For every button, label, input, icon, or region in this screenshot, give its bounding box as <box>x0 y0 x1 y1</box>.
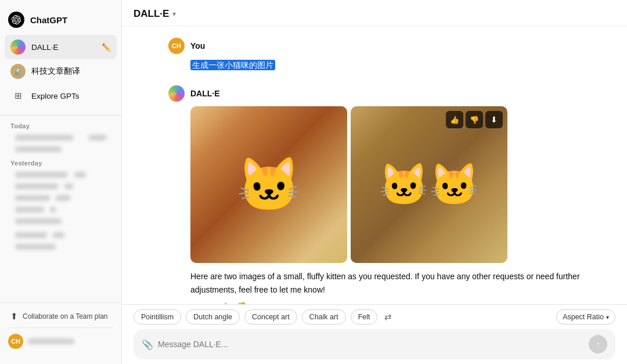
history-item-4[interactable] <box>5 181 117 192</box>
send-button[interactable]: ↑ <box>589 335 607 354</box>
sidebar-footer: ⬆ Collaborate on a Team plan CH <box>0 302 121 357</box>
science-nav-label: 科技文章翻译 <box>31 66 80 77</box>
team-plan-label: Collaborate on a Team plan <box>23 312 108 320</box>
history-item-6[interactable] <box>5 204 117 215</box>
style-pill-concept-art[interactable]: Concept art <box>244 309 297 325</box>
image-overlay-actions: 👍 👎 ⬇ <box>446 111 503 128</box>
history-item-2[interactable] <box>5 143 117 155</box>
sidebar: ChatGPT DALL·E ✏️ 🔬 科技文章翻译 ⊞ Explore GPT… <box>0 0 122 364</box>
download-button[interactable]: ⬇ <box>485 111 503 128</box>
team-plan-item[interactable]: ⬆ Collaborate on a Team plan <box>8 308 113 325</box>
conversation-title: DALL·E <box>134 8 169 20</box>
sidebar-divider-1 <box>0 115 121 116</box>
user-avatar-initials: CH <box>11 338 20 345</box>
aspect-ratio-button[interactable]: Aspect Ratio ▾ <box>556 309 615 325</box>
user-message-sender: You <box>190 41 205 51</box>
sidebar-item-science[interactable]: 🔬 科技文章翻译 <box>5 59 117 84</box>
history-item-5[interactable] <box>5 192 117 204</box>
user-message-header: CH You <box>168 38 581 54</box>
history-item-8[interactable] <box>5 229 117 241</box>
user-avatar: CH <box>8 334 23 349</box>
history-item-1[interactable] <box>5 132 117 143</box>
history-item-9[interactable] <box>5 241 117 253</box>
user-row[interactable]: CH <box>8 330 113 352</box>
thumbs-up-button[interactable]: 👍 <box>446 111 463 128</box>
dalle-message-sender: DALL·E <box>190 89 220 98</box>
dalle-message-content: 🐱 🐱🐱 👍 👎 ⬇ Here are two images o <box>168 106 581 304</box>
history-item-3[interactable] <box>5 169 117 181</box>
user-message-avatar: CH <box>168 38 185 54</box>
footer-divider <box>8 327 113 328</box>
main-content: DALL·E ▾ CH You 生成一张小猫咪的图片 DALL·E <box>122 0 627 364</box>
input-row: 📎 ↑ <box>134 329 615 359</box>
today-section-label: Today <box>0 118 121 132</box>
explore-nav-label: Explore GPTs <box>31 92 80 100</box>
highlighted-prompt: 生成一张小猫咪的图片 <box>190 60 275 70</box>
app-title: ChatGPT <box>30 15 67 25</box>
dalle-nav-icon <box>10 39 26 55</box>
attach-icon[interactable]: 📎 <box>142 339 153 350</box>
dutch-angle-label: Dutch angle <box>193 313 232 321</box>
dalle-message: DALL·E 🐱 🐱🐱 👍 👎 <box>168 85 581 304</box>
aspect-ratio-label: Aspect Ratio <box>563 313 604 321</box>
history-item-7[interactable] <box>5 215 117 227</box>
science-nav-icon: 🔬 <box>10 64 26 79</box>
kitten-emoji-1: 🐱 <box>190 106 347 263</box>
sidebar-item-explore[interactable]: ⊞ Explore GPTs <box>5 84 117 108</box>
chatgpt-logo-icon <box>8 12 24 28</box>
style-pill-pointillism[interactable]: Pointillism <box>134 309 181 325</box>
generated-image-1[interactable]: 🐱 <box>190 106 347 263</box>
user-message-content: 生成一张小猫咪的图片 <box>168 59 581 71</box>
dalle-message-avatar <box>168 85 185 102</box>
kitten-emoji-2: 🐱🐱 <box>351 106 507 263</box>
upgrade-icon: ⬆ <box>10 311 18 322</box>
pointillism-label: Pointillism <box>141 313 174 321</box>
generated-images-row: 🐱 🐱🐱 👍 👎 ⬇ <box>190 106 581 263</box>
style-pill-dutch-angle[interactable]: Dutch angle <box>186 309 240 325</box>
bottom-bar: Pointillism Dutch angle Concept art Chal… <box>122 304 627 364</box>
dalle-nav-label: DALL·E <box>31 43 59 52</box>
felt-label: Felt <box>358 313 370 321</box>
title-chevron-icon[interactable]: ▾ <box>172 10 176 18</box>
generated-image-2[interactable]: 🐱🐱 👍 👎 ⬇ <box>351 106 507 263</box>
thumbs-down-button[interactable]: 👎 <box>466 111 483 128</box>
explore-nav-icon: ⊞ <box>10 88 26 103</box>
yesterday-section-label: Yesterday <box>0 155 121 169</box>
user-message-text: 生成一张小猫咪的图片 <box>190 60 275 70</box>
chat-area[interactable]: CH You 生成一张小猫咪的图片 DALL·E 🐱 <box>122 26 627 304</box>
sidebar-header[interactable]: ChatGPT <box>0 7 121 33</box>
message-input[interactable] <box>158 340 584 349</box>
aspect-ratio-chevron-icon: ▾ <box>606 314 609 320</box>
edit-conversation-icon[interactable]: ✏️ <box>102 43 111 52</box>
style-pills-row: Pointillism Dutch angle Concept art Chal… <box>134 309 615 325</box>
user-message: CH You 生成一张小猫咪的图片 <box>168 38 581 71</box>
style-pill-chalk-art[interactable]: Chalk art <box>302 309 346 325</box>
dalle-message-header: DALL·E <box>168 85 581 102</box>
username-blur <box>28 338 74 344</box>
sidebar-item-dalle[interactable]: DALL·E ✏️ <box>5 35 117 59</box>
concept-art-label: Concept art <box>252 313 290 321</box>
chalk-art-label: Chalk art <box>309 313 338 321</box>
style-pill-felt[interactable]: Felt <box>351 309 378 325</box>
shuffle-icon[interactable]: ⇄ <box>382 309 394 325</box>
dalle-response-text: Here are two images of a small, fluffy k… <box>190 270 581 296</box>
sidebar-nav: DALL·E ✏️ 🔬 科技文章翻译 ⊞ Explore GPTs <box>0 35 121 108</box>
main-header: DALL·E ▾ <box>122 0 627 26</box>
